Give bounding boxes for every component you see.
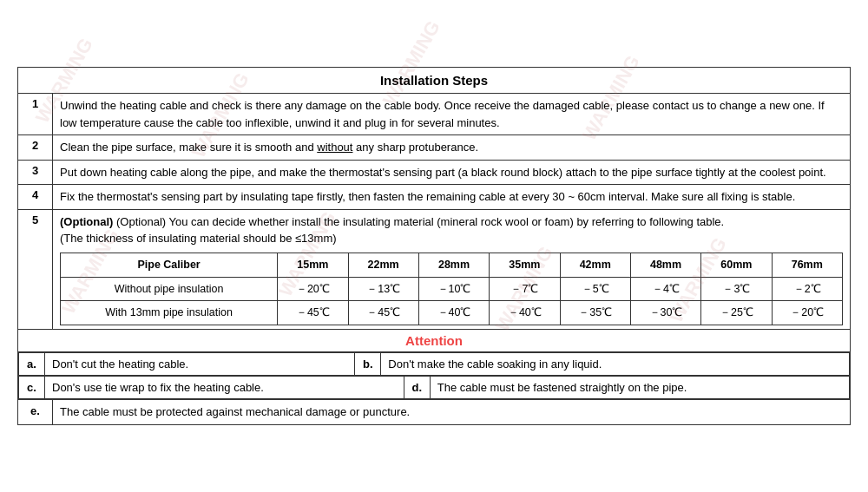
note-text-c: Don's use tie wrap to fix the heating ca…: [45, 377, 404, 399]
attention-label: Attention: [18, 330, 851, 352]
step-number: 2: [18, 135, 53, 161]
note-cd-table: c. Don's use tie wrap to fix the heating…: [18, 376, 850, 399]
step-text: Fix the thermostat's sensing part by ins…: [53, 185, 851, 210]
pipe-table-header: Pipe Caliber 15mm 22mm 28mm 35mm 42mm 48…: [61, 253, 843, 277]
cell: －4℃: [630, 277, 700, 301]
col-28mm: 28mm: [418, 253, 489, 277]
note-row-ab: a. Don't cut the heating cable. b. Don't…: [18, 352, 851, 377]
cell: －5℃: [560, 277, 630, 301]
table-row: 4 Fix the thermostat's sensing part by i…: [18, 185, 851, 210]
pipe-row-with-insulation: With 13mm pipe insulation －45℃ －45℃ －40℃…: [61, 301, 843, 325]
cell: －7℃: [490, 277, 560, 301]
cell: －20℃: [772, 301, 842, 325]
note-text-e: The cable must be protected against mech…: [53, 400, 851, 425]
note-label-e: e.: [18, 400, 53, 425]
note-label-c: c.: [19, 377, 45, 399]
attention-row: Attention: [18, 330, 851, 352]
cell: －20℃: [278, 277, 348, 301]
row-label-with-insulation: With 13mm pipe insulation: [61, 301, 278, 325]
table-row: c. Don's use tie wrap to fix the heating…: [19, 377, 850, 399]
pipe-caliber-table: Pipe Caliber 15mm 22mm 28mm 35mm 42mm 48…: [60, 253, 843, 325]
cell: －40℃: [418, 301, 489, 325]
note-text-d: The cable must be fastened straightly on…: [430, 377, 849, 399]
cell: －10℃: [418, 277, 489, 301]
col-60mm: 60mm: [701, 253, 772, 277]
note-label-d: d.: [404, 377, 430, 399]
table-row: 3 Put down heating cable along the pipe,…: [18, 160, 851, 185]
optional-label: (Optional): [60, 215, 113, 228]
cell: －30℃: [630, 301, 700, 325]
cell: －40℃: [490, 301, 560, 325]
table-row: 5 (Optional) (Optional) You can decide w…: [18, 209, 851, 329]
cell: －35℃: [560, 301, 630, 325]
optional-body: (Optional) You can decide whether instal…: [116, 215, 724, 228]
col-76mm: 76mm: [772, 253, 842, 277]
table-title: Installation Steps: [18, 68, 851, 94]
note-text-a: Don't cut the heating cable.: [45, 353, 355, 376]
cell: －45℃: [348, 301, 418, 325]
step-number: 1: [18, 94, 53, 135]
step-text: Clean the pipe surface, make sure it is …: [53, 135, 851, 161]
pipe-row-no-insulation: Without pipe insulation －20℃ －13℃ －10℃ －…: [61, 277, 843, 301]
optional-text: (Optional) (Optional) You can decide whe…: [60, 213, 843, 231]
step-number: 5: [18, 209, 53, 329]
table-row: a. Don't cut the heating cable. b. Don't…: [19, 353, 850, 376]
step-text: (Optional) (Optional) You can decide whe…: [53, 209, 851, 329]
col-pipe-caliber: Pipe Caliber: [61, 253, 278, 277]
col-48mm: 48mm: [630, 253, 700, 277]
table-header-row: Installation Steps: [18, 68, 851, 94]
step-text: Put down heating cable along the pipe, a…: [53, 160, 851, 185]
note-row-cd: c. Don's use tie wrap to fix the heating…: [18, 376, 851, 400]
cell: －25℃: [701, 301, 772, 325]
cell: －13℃: [348, 277, 418, 301]
col-42mm: 42mm: [560, 253, 630, 277]
note-label-b: b.: [355, 353, 381, 376]
installation-steps-table: Installation Steps 1 Unwind the heating …: [17, 67, 851, 424]
table-row: 1 Unwind the heating cable and check is …: [18, 94, 851, 135]
step-text: Unwind the heating cable and check is th…: [53, 94, 851, 135]
note-label-a: a.: [19, 353, 45, 376]
table-row: 2 Clean the pipe surface, make sure it i…: [18, 135, 851, 161]
cell: －3℃: [701, 277, 772, 301]
step-number: 3: [18, 160, 53, 185]
note-ab-table: a. Don't cut the heating cable. b. Don't…: [18, 352, 850, 376]
note-row-e: e. The cable must be protected against m…: [18, 400, 851, 425]
note-text-b: Don't make the cable soaking in any liqu…: [381, 353, 850, 376]
cell: －45℃: [278, 301, 348, 325]
col-15mm: 15mm: [278, 253, 348, 277]
col-22mm: 22mm: [348, 253, 418, 277]
cell: －2℃: [772, 277, 842, 301]
col-35mm: 35mm: [490, 253, 560, 277]
step-number: 4: [18, 185, 53, 210]
row-label-no-insulation: Without pipe insulation: [61, 277, 278, 301]
thickness-note: (The thickness of insulating material sh…: [60, 230, 843, 247]
